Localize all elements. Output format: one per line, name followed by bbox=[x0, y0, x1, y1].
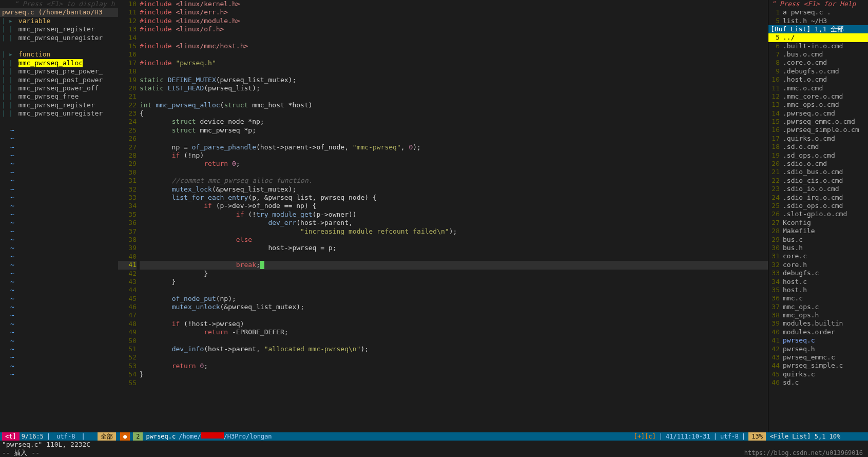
code-line[interactable] bbox=[140, 92, 768, 101]
filelist-item[interactable]: 5../ bbox=[768, 33, 868, 42]
filelist-item[interactable]: 10.host.o.cmd bbox=[768, 75, 868, 84]
filelist-item[interactable]: 39modules.builtin bbox=[768, 319, 868, 328]
filelist-item[interactable]: 8.core.o.cmd bbox=[768, 59, 868, 67]
code-line[interactable]: mutex_unlock(&pwrseq_list_mutex); bbox=[140, 303, 768, 311]
code-line[interactable]: mutex_lock(&pwrseq_list_mutex); bbox=[140, 185, 768, 194]
code-line[interactable]: "increasing module refcount failed\n"); bbox=[140, 227, 768, 236]
filelist-item[interactable]: 13.mmc_ops.o.cmd bbox=[768, 101, 868, 109]
filelist-item[interactable]: 20.sdio.o.cmd bbox=[768, 160, 868, 168]
code-line[interactable]: if (!np) bbox=[140, 151, 768, 160]
code-line[interactable]: return -EPROBE_DEFER; bbox=[140, 328, 768, 336]
code-line[interactable]: } bbox=[140, 278, 768, 286]
filelist-item[interactable]: 18.sd.o.cmd bbox=[768, 143, 868, 151]
tag-group-variable[interactable]: |▸ variable bbox=[0, 17, 118, 25]
code-line[interactable] bbox=[140, 67, 768, 75]
filelist-item[interactable]: 12.mmc_core.o.cmd bbox=[768, 92, 868, 101]
filelist-item[interactable]: 45quirks.c bbox=[768, 370, 868, 378]
code-line[interactable] bbox=[140, 311, 768, 319]
code-line[interactable]: np = of_parse_phandle(host->parent->of_n… bbox=[140, 143, 768, 151]
tag-item[interactable]: || mmc_pwrseq_register bbox=[0, 25, 118, 33]
code-line[interactable]: #include <linux/of.h> bbox=[140, 25, 768, 33]
code-line[interactable]: #include <linux/err.h> bbox=[140, 8, 768, 16]
tag-item[interactable]: || mmc_pwrseq_alloc bbox=[0, 59, 118, 67]
filelist-item[interactable]: 35host.h bbox=[768, 286, 868, 294]
filelist-item[interactable]: 6.built-in.o.cmd bbox=[768, 42, 868, 50]
code-line[interactable]: dev_info(host->parent, "allocated mmc-pw… bbox=[140, 345, 768, 353]
code-line[interactable]: else bbox=[140, 236, 768, 244]
filelist-item[interactable]: 19.sd_ops.o.cmd bbox=[768, 151, 868, 160]
editor-pane[interactable]: 1011121314151617181920212223242526272829… bbox=[118, 0, 768, 441]
filelist-item[interactable]: 25.sdio_ops.o.cmd bbox=[768, 202, 868, 210]
filelist-item[interactable]: 46sd.c bbox=[768, 378, 868, 387]
filelist-item[interactable]: 7.bus.o.cmd bbox=[768, 50, 868, 59]
code-line[interactable] bbox=[140, 168, 768, 177]
filelist-item[interactable]: 24.sdio_irq.o.cmd bbox=[768, 194, 868, 202]
filelist-item[interactable]: 38mmc_ops.h bbox=[768, 311, 868, 319]
filelist-item[interactable]: 34host.c bbox=[768, 278, 868, 286]
filelist-item[interactable]: 31core.c bbox=[768, 252, 868, 260]
tag-group-function[interactable]: |▸ function bbox=[0, 50, 118, 59]
filelist-item[interactable]: 21.sdio_bus.o.cmd bbox=[768, 168, 868, 176]
buflist-item[interactable]: 5 list.h ~/H3 bbox=[768, 17, 868, 25]
filelist-item[interactable]: 15.pwrseq_emmc.o.cmd bbox=[768, 118, 868, 126]
filelist-item[interactable]: 14.pwrseq.o.cmd bbox=[768, 109, 868, 118]
filelist-item[interactable]: 42pwrseq.h bbox=[768, 345, 868, 353]
filelist-item[interactable]: 44pwrseq_simple.c bbox=[768, 361, 868, 370]
code-line[interactable]: //commet mmc_pwrseq_alloc function. bbox=[140, 177, 768, 185]
code-line[interactable] bbox=[140, 34, 768, 42]
code-line[interactable]: #include <linux/kernel.h> bbox=[140, 0, 768, 8]
code-line[interactable] bbox=[140, 50, 768, 59]
code-line[interactable]: if (!try_module_get(p->owner)) bbox=[140, 211, 768, 219]
code-line[interactable]: #include <linux/mmc/host.h> bbox=[140, 42, 768, 50]
filelist-item[interactable]: 37mmc_ops.c bbox=[768, 303, 868, 311]
filelist-item[interactable]: 40modules.order bbox=[768, 328, 868, 336]
code-line[interactable]: static DEFINE_MUTEX(pwrseq_list_mutex); bbox=[140, 76, 768, 84]
code-line[interactable]: return 0; bbox=[140, 362, 768, 370]
filelist-item[interactable]: 16.pwrseq_simple.o.cm bbox=[768, 126, 868, 134]
code-line[interactable]: return 0; bbox=[140, 160, 768, 168]
code-line[interactable] bbox=[140, 337, 768, 345]
code-line[interactable]: int mmc_pwrseq_alloc(struct mmc_host *ho… bbox=[140, 101, 768, 109]
code-area[interactable]: #include <linux/kernel.h>#include <linux… bbox=[140, 0, 768, 387]
filelist-item[interactable]: 29bus.c bbox=[768, 236, 868, 244]
code-line[interactable]: dev_err(host->parent, bbox=[140, 219, 768, 227]
code-line[interactable]: static LIST_HEAD(pwrseq_list); bbox=[140, 84, 768, 92]
code-line[interactable]: if (!host->pwrseq) bbox=[140, 320, 768, 328]
tag-item[interactable]: || mmc_pwrseq_post_power bbox=[0, 76, 118, 84]
filelist-item[interactable]: 17.quirks.o.cmd bbox=[768, 135, 868, 143]
code-line[interactable]: #include <linux/module.h> bbox=[140, 17, 768, 25]
tag-item[interactable]: || mmc_pwrseq_pre_power_ bbox=[0, 67, 118, 75]
code-line[interactable] bbox=[140, 135, 768, 143]
filelist-item[interactable]: 33debugfs.c bbox=[768, 269, 868, 277]
tag-item[interactable]: || mmc_pwrseq_power_off bbox=[0, 84, 118, 92]
filelist-item[interactable]: 41pwrseq.c bbox=[768, 336, 868, 345]
tag-item[interactable]: || mmc_pwrseq_free bbox=[0, 92, 118, 101]
tag-item[interactable]: || mmc_pwrseq_unregister bbox=[0, 34, 118, 42]
code-line[interactable]: if (p->dev->of_node == np) { bbox=[140, 202, 768, 210]
code-line[interactable]: of_node_put(np); bbox=[140, 295, 768, 303]
filelist-item[interactable]: 28Makefile bbox=[768, 227, 868, 235]
tag-item[interactable]: || mmc_pwrseq_register bbox=[0, 101, 118, 109]
filelist-item[interactable]: 32core.h bbox=[768, 261, 868, 269]
filelist-item[interactable]: 22.sdio_cis.o.cmd bbox=[768, 177, 868, 185]
code-line[interactable] bbox=[140, 353, 768, 361]
code-line[interactable] bbox=[140, 286, 768, 294]
code-line[interactable]: #include "pwrseq.h" bbox=[140, 59, 768, 67]
filelist-item[interactable]: 30bus.h bbox=[768, 244, 868, 252]
tag-item[interactable]: || mmc_pwrseq_unregister bbox=[0, 109, 118, 118]
code-line[interactable]: } bbox=[140, 270, 768, 278]
filelist-item[interactable]: 43pwrseq_emmc.c bbox=[768, 353, 868, 361]
code-line[interactable] bbox=[140, 253, 768, 261]
code-line[interactable]: { bbox=[140, 109, 768, 118]
code-line[interactable]: } bbox=[140, 370, 768, 378]
filelist-item[interactable]: 27Kconfig bbox=[768, 219, 868, 227]
filelist-item[interactable]: 23.sdio_io.o.cmd bbox=[768, 185, 868, 193]
code-line[interactable]: struct mmc_pwrseq *p; bbox=[140, 126, 768, 135]
filelist-item[interactable]: 36mmc.c bbox=[768, 294, 868, 302]
filelist-item[interactable]: 26.slot-gpio.o.cmd bbox=[768, 210, 868, 218]
command-line[interactable]: "pwrseq.c" 110L, 2232C -- 插入 -- https://… bbox=[0, 441, 868, 457]
code-line[interactable]: break; bbox=[140, 261, 768, 269]
filelist-item[interactable]: 11.mmc.o.cmd bbox=[768, 84, 868, 92]
buflist-item[interactable]: 1a pwrseq.c . bbox=[768, 8, 868, 16]
code-line[interactable]: struct device_node *np; bbox=[140, 118, 768, 126]
